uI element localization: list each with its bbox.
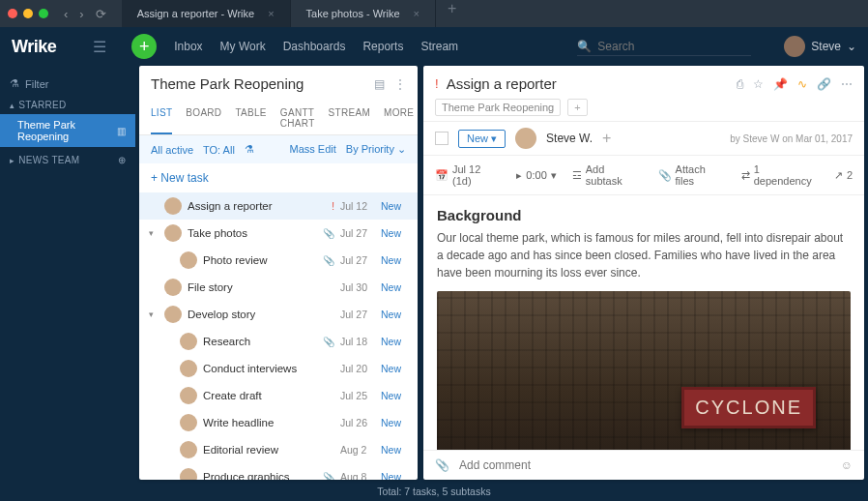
task-status: New xyxy=(381,444,408,456)
tab-more[interactable]: MORE xyxy=(384,102,414,134)
close-tab-icon[interactable]: × xyxy=(268,8,274,19)
breadcrumb-item[interactable]: Theme Park Reopening xyxy=(435,99,561,116)
print-icon[interactable]: ⎙ xyxy=(737,77,743,91)
archive-icon[interactable]: ▤ xyxy=(374,77,385,91)
task-date: Jul 26 xyxy=(340,417,375,428)
user-menu[interactable]: Steve ⌄ xyxy=(784,36,856,57)
attachment-icon: 📎 xyxy=(323,472,334,481)
sidebar-filter[interactable]: ⚗Filter xyxy=(0,75,135,92)
window-tab[interactable]: Assign a reporter - Wrike× xyxy=(122,0,291,27)
sidebar-group-newsteam[interactable]: ▸NEWS TEAM⊕ xyxy=(0,147,135,169)
time-field[interactable]: ▸ 0:00 ▾ xyxy=(516,169,556,182)
pin-icon[interactable]: 📌 xyxy=(773,77,788,91)
sort-button[interactable]: By Priority ⌄ xyxy=(346,143,406,156)
task-title: Take photos xyxy=(188,227,317,239)
link-icon[interactable]: 🔗 xyxy=(817,77,831,91)
more-icon[interactable]: ⋯ xyxy=(841,77,853,91)
search-input[interactable] xyxy=(597,40,751,53)
comment-input[interactable] xyxy=(459,458,831,472)
nav-reports[interactable]: Reports xyxy=(362,40,403,53)
maximize-window-icon[interactable] xyxy=(39,9,48,18)
add-subtask-button[interactable]: ☲ Add subtask xyxy=(572,163,643,187)
star-icon[interactable]: ☆ xyxy=(753,77,764,91)
add-assignee-button[interactable]: + xyxy=(602,130,611,147)
task-row[interactable]: Write headlineJul 26New xyxy=(139,409,418,436)
nav-mywork[interactable]: My Work xyxy=(220,40,266,53)
attachment-icon: 📎 xyxy=(323,255,334,266)
sidebar-item-theme-park[interactable]: Theme Park Reopening▥ xyxy=(0,114,135,147)
app-logo[interactable]: Wrike xyxy=(12,37,56,57)
dependency-button[interactable]: ⇄ 1 dependency xyxy=(741,163,819,187)
attach-icon[interactable]: 📎 xyxy=(435,458,449,472)
task-date: Jul 27 xyxy=(340,227,375,239)
add-tab-button[interactable]: + xyxy=(436,0,468,27)
task-row[interactable]: Editorial reviewAug 2New xyxy=(139,436,418,463)
tab-table[interactable]: TABLE xyxy=(235,102,266,134)
global-add-button[interactable]: + xyxy=(131,34,157,59)
tab-stream[interactable]: STREAM xyxy=(329,102,370,134)
close-window-icon[interactable] xyxy=(8,9,17,18)
rss-icon[interactable]: ∿ xyxy=(797,77,807,91)
share-button[interactable]: ↗ 2 xyxy=(834,169,853,182)
avatar xyxy=(515,128,536,149)
filter-to[interactable]: TO: All xyxy=(203,144,235,156)
new-task-button[interactable]: + New task xyxy=(139,163,418,192)
avatar xyxy=(784,36,805,57)
priority-icon: ! xyxy=(332,201,334,212)
window-tab[interactable]: Take photos - Wrike× xyxy=(291,0,436,27)
filter-all-active[interactable]: All active xyxy=(151,144,193,156)
tab-gantt[interactable]: GANTT CHART xyxy=(280,102,315,134)
attach-button[interactable]: 📎 Attach files xyxy=(658,163,726,187)
task-row[interactable]: File storyJul 30New xyxy=(139,274,418,301)
task-row[interactable]: ▾Take photos📎Jul 27New xyxy=(139,220,418,247)
nav-refresh-icon[interactable]: ⟳ xyxy=(96,7,106,21)
task-row[interactable]: Assign a reporter!Jul 12New xyxy=(139,192,418,220)
sidebar-group-starred[interactable]: ▴STARRED xyxy=(0,92,135,114)
task-status: New xyxy=(381,390,408,401)
close-tab-icon[interactable]: × xyxy=(414,8,420,19)
add-icon[interactable]: ⊕ xyxy=(118,155,126,165)
task-row[interactable]: Photo review📎Jul 27New xyxy=(139,247,418,274)
search-box[interactable]: 🔍 xyxy=(577,38,751,56)
attachment-icon: 📎 xyxy=(323,337,334,347)
nav-back-icon[interactable]: ‹ xyxy=(64,7,68,21)
task-title[interactable]: Assign a reporter xyxy=(447,75,729,92)
assignee-name[interactable]: Steve W. xyxy=(546,132,593,145)
nav-stream[interactable]: Stream xyxy=(420,40,458,53)
top-nav: Inbox My Work Dashboards Reports Stream xyxy=(174,40,458,53)
avatar xyxy=(164,306,182,323)
tab-board[interactable]: BOARD xyxy=(186,102,221,134)
status-pill[interactable]: New ▾ xyxy=(458,130,506,148)
tasklist-panel: Theme Park Reopening ▤⋮ LIST BOARD TABLE… xyxy=(139,66,418,480)
view-tabs: LIST BOARD TABLE GANTT CHART STREAM MORE xyxy=(139,102,418,135)
topbar: Wrike ☰ + Inbox My Work Dashboards Repor… xyxy=(0,27,868,66)
task-row[interactable]: Conduct interviewsJul 20New xyxy=(139,355,418,382)
expand-icon[interactable]: ▾ xyxy=(149,309,159,319)
date-field[interactable]: 📅 Jul 12 (1d) xyxy=(435,163,501,187)
avatar xyxy=(180,251,197,269)
task-title: Develop story xyxy=(188,309,334,320)
task-title: File story xyxy=(188,281,334,293)
task-row[interactable]: Produce graphics📎Aug 8New xyxy=(139,463,418,480)
nav-inbox[interactable]: Inbox xyxy=(174,40,202,53)
nav-dashboards[interactable]: Dashboards xyxy=(283,40,346,53)
task-row[interactable]: Research📎Jul 18New xyxy=(139,328,418,355)
tab-list[interactable]: LIST xyxy=(151,102,172,134)
attached-image[interactable]: CYCLONE xyxy=(437,291,851,450)
mass-edit-button[interactable]: Mass Edit xyxy=(290,143,336,156)
breadcrumb-add[interactable]: + xyxy=(567,99,587,116)
task-status: New xyxy=(381,227,408,239)
task-description[interactable]: Background Our local theme park, which i… xyxy=(423,195,864,450)
nav-forward-icon[interactable]: › xyxy=(79,7,83,21)
hamburger-icon[interactable]: ☰ xyxy=(93,38,106,56)
avatar xyxy=(180,360,197,377)
task-row[interactable]: Create draftJul 25New xyxy=(139,382,418,409)
minimize-window-icon[interactable] xyxy=(23,9,33,18)
expand-icon[interactable]: ▾ xyxy=(149,228,159,238)
filter-icon[interactable]: ⚗ xyxy=(245,143,254,156)
emoji-icon[interactable]: ☺ xyxy=(841,458,853,472)
more-icon[interactable]: ⋮ xyxy=(394,77,406,91)
task-row[interactable]: ▾Develop storyJul 27New xyxy=(139,301,418,328)
complete-checkbox[interactable] xyxy=(435,132,448,145)
task-title: Conduct interviews xyxy=(203,363,334,374)
